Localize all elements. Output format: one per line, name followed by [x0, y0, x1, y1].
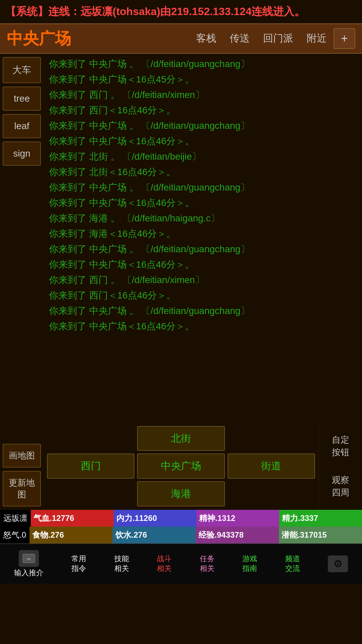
combat-label: 战斗相关	[157, 554, 172, 573]
channel-item[interactable]: 频道交流	[285, 554, 300, 573]
chat-line: 你来到了 西门＜16点46分＞。	[49, 103, 357, 117]
nav-center-button[interactable]: 中央广场	[137, 453, 225, 479]
sp-bar: 精神.1312	[196, 510, 279, 527]
channel-label: 频道交流	[285, 554, 300, 573]
nav-right-panel: 自定按钮 观察四周	[318, 423, 362, 510]
skill-label: 技能相关	[114, 554, 129, 573]
bottom-area: 画地图 更新地图 北街 西门 中央广场 街道 海港 自定按钮 观察四周	[0, 423, 362, 510]
chat-line: 你来到了 北街 。 〔/d/feitian/beijie〕	[49, 150, 357, 164]
chat-line: 你来到了 海港 。 〔/d/feitian/haigang.c〕	[49, 211, 357, 225]
observe-button[interactable]: 观察四周	[332, 474, 349, 498]
st-bar: 精力.3337	[279, 510, 362, 527]
location-header: 中央广场 客栈 传送 回门派 附近 +	[0, 23, 362, 54]
chat-line: 你来到了 中央广场＜16点46分＞。	[49, 196, 357, 210]
chat-line: 你来到了 中央广场 。 〔/d/feitian/guangchang〕	[49, 304, 357, 318]
nav-west-button[interactable]: 西门	[47, 453, 134, 479]
food-bar: 食物.276	[29, 527, 113, 543]
mp-bar: 内力.11260	[114, 510, 196, 527]
svg-text:⌨: ⌨	[27, 558, 31, 561]
water-bar: 饮水.276	[113, 527, 196, 543]
combat-item[interactable]: 战斗相关	[157, 554, 172, 573]
player-name: 远坂凛	[0, 513, 31, 524]
leaf-button[interactable]: leaf	[3, 114, 41, 138]
system-message-text: 【系统】连线：远坂凛(tohsaka)由219.152.133.124连线进入。	[5, 5, 305, 17]
settings-icon: ⚙	[328, 555, 348, 572]
sidebar: 大车 tree leaf sign	[0, 54, 44, 423]
chat-log: 你来到了 中央广场 。 〔/d/feitian/guangchang〕你来到了 …	[44, 54, 362, 423]
nav-south-button[interactable]: 海港	[137, 481, 225, 506]
water-bar-wrap: 饮水.276	[113, 527, 196, 543]
chat-line: 你来到了 西门 。 〔/d/feitian/ximen〕	[49, 273, 357, 287]
dache-button[interactable]: 大车	[3, 57, 41, 83]
mp-bar-wrap: 内力.11260	[114, 510, 196, 527]
skill-item[interactable]: 技能相关	[114, 554, 129, 573]
chat-line: 你来到了 海港＜16点46分＞。	[49, 227, 357, 241]
inn-button[interactable]: 客栈	[189, 29, 223, 48]
task-label: 任务相关	[200, 554, 215, 573]
map-buttons-panel: 画地图 更新地图	[0, 423, 44, 510]
stats-row2: 怒气.0 食物.276 饮水.276 经验.943378 潜能.317015	[0, 527, 362, 543]
settings-item[interactable]: ⚙	[328, 555, 348, 572]
chat-line: 你来到了 中央广场＜16点46分＞。	[49, 319, 357, 333]
chat-line: 你来到了 中央广场＜16点46分＞。	[49, 134, 357, 148]
sp-bar-wrap: 精神.1312	[196, 510, 279, 527]
custom-button[interactable]: 自定按钮	[332, 434, 349, 458]
input-item[interactable]: ⌨ 输入推介	[14, 550, 44, 578]
guide-item[interactable]: 游戏指南	[242, 554, 257, 573]
nav-north-button[interactable]: 北街	[137, 426, 225, 451]
anger-label: 怒气.0	[0, 530, 29, 540]
nav-east-button[interactable]: 街道	[228, 453, 315, 479]
chat-line: 你来到了 中央广场 。 〔/d/feitian/guangchang〕	[49, 242, 357, 256]
bottom-toolbar: ⌨ 输入推介 常用指令 技能相关 战斗相关 任务相关 游戏指南 频道交流 ⚙	[0, 543, 362, 584]
location-title: 中央广场	[7, 28, 189, 49]
system-message-bar: 【系统】连线：远坂凛(tohsaka)由219.152.133.124连线进入。	[0, 0, 362, 23]
exp-bar: 经验.943378	[196, 527, 279, 543]
food-bar-wrap: 食物.276	[29, 527, 113, 543]
navigation-grid: 北街 西门 中央广场 街道 海港	[44, 423, 318, 510]
hp-bar-wrap: 气血.12776	[31, 510, 114, 527]
chat-line: 你来到了 北街＜16点46分＞。	[49, 165, 357, 179]
plus-button[interactable]: +	[334, 28, 355, 49]
common-cmd-item[interactable]: 常用指令	[71, 554, 86, 573]
latent-bar: 潜能.317015	[279, 527, 362, 543]
main-content: 大车 tree leaf sign 你来到了 中央广场 。 〔/d/feitia…	[0, 54, 362, 423]
input-icon: ⌨	[19, 550, 39, 567]
hp-bar: 气血.12776	[31, 510, 114, 527]
input-label: 输入推介	[14, 568, 44, 578]
sign-button[interactable]: sign	[3, 142, 41, 166]
chat-line: 你来到了 中央广场＜16点45分＞。	[49, 72, 357, 87]
teleport-button[interactable]: 传送	[223, 29, 256, 48]
st-bar-wrap: 精力.3337	[279, 510, 362, 527]
chat-line: 你来到了 西门＜16点46分＞。	[49, 288, 357, 303]
stats-bar: 远坂凛 气血.12776 内力.11260 精神.1312 精力.3337 怒气…	[0, 510, 362, 543]
common-cmd-label: 常用指令	[71, 554, 86, 573]
guide-label: 游戏指南	[242, 554, 257, 573]
nearby-button[interactable]: 附近	[300, 29, 334, 48]
chat-line: 你来到了 中央广场 。 〔/d/feitian/guangchang〕	[49, 119, 357, 133]
latent-bar-wrap: 潜能.317015	[279, 527, 362, 543]
update-map-button[interactable]: 更新地图	[3, 471, 41, 506]
return-button[interactable]: 回门派	[256, 29, 300, 48]
chat-line: 你来到了 中央广场 。 〔/d/feitian/guangchang〕	[49, 180, 357, 195]
stats-row1: 远坂凛 气血.12776 内力.11260 精神.1312 精力.3337	[0, 510, 362, 527]
chat-line: 你来到了 中央广场 。 〔/d/feitian/guangchang〕	[49, 57, 357, 71]
chat-line: 你来到了 西门 。 〔/d/feitian/ximen〕	[49, 88, 357, 102]
task-item[interactable]: 任务相关	[200, 554, 215, 573]
draw-map-button[interactable]: 画地图	[3, 444, 41, 468]
exp-bar-wrap: 经验.943378	[196, 527, 279, 543]
tree-button[interactable]: tree	[3, 87, 41, 111]
chat-line: 你来到了 中央广场＜16点46分＞。	[49, 258, 357, 272]
